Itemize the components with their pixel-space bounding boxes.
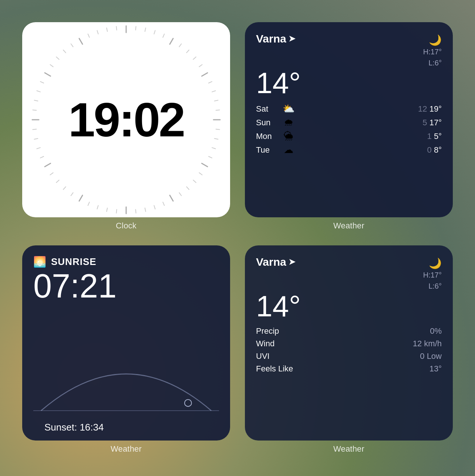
forecast-day-tue: Tue (256, 145, 278, 155)
forecast-row-mon: Mon 🌦 1 5° (256, 130, 442, 142)
weather2-city-name: Varna (256, 256, 286, 268)
forecast-temps-tue: 0 8° (427, 145, 442, 155)
weather2-widget: Varna ➤ 🌙 H:17° L:6° 14° Precip 0% (245, 245, 453, 441)
weather1-header: Varna ➤ 🌙 H:17° L:6° (256, 33, 442, 68)
weather1-label: Weather (333, 221, 364, 231)
sunrise-widget-label: Weather (111, 444, 142, 454)
weather1-low: L:6° (428, 59, 442, 67)
forecast-icon-mon: 🌦 (282, 130, 295, 142)
forecast-day-mon: Mon (256, 132, 278, 141)
location-arrow-icon: ➤ (289, 34, 295, 44)
app-grid: 19:02 Clock Varna ➤ 🌙 H:17° L:6° 14° (0, 0, 475, 476)
location-arrow-icon-2: ➤ (289, 257, 295, 267)
svg-point-1 (185, 400, 192, 407)
clock-widget-wrap: 19:02 Clock (22, 22, 230, 231)
forecast-day-sat: Sat (256, 104, 278, 114)
weather2-header: Varna ➤ 🌙 H:17° L:6° (256, 256, 442, 292)
sunrise-widget: 🌅 SUNRISE 07:21 Sunset: 16:34 (22, 245, 230, 441)
forecast-temps-sat: 12 19° (418, 104, 442, 114)
weather2-details: Precip 0% Wind 12 km/h UVI 0 Low Feels L… (256, 326, 442, 374)
detail-value-precip: 0% (430, 326, 442, 336)
detail-row-uvi: UVI 0 Low (256, 351, 442, 361)
sunrise-time: 07:21 (33, 269, 219, 303)
weather2-high: H:17° (423, 271, 442, 279)
clock-widget: 19:02 (22, 22, 230, 217)
weather2-label: Weather (333, 444, 364, 454)
weather2-top-right: 🌙 H:17° L:6° (423, 256, 442, 292)
weather2-temp: 14° (256, 292, 442, 321)
sunrise-arc-container: Sunset: 16:34 (33, 303, 219, 441)
detail-value-wind: 12 km/h (413, 339, 442, 348)
moon-icon: 🌙 (429, 34, 442, 46)
forecast-temps-sun: 5 17° (422, 118, 442, 127)
sunrise-widget-wrap: 🌅 SUNRISE 07:21 Sunset: 16:34 Weather (22, 245, 230, 454)
clock-time: 19:02 (68, 92, 184, 147)
weather1-widget-wrap: Varna ➤ 🌙 H:17° L:6° 14° Sat ⛅ 12 19° (245, 22, 453, 231)
weather1-high: H:17° (423, 48, 442, 56)
sunrise-header: 🌅 SUNRISE (33, 256, 219, 268)
detail-value-feels: 13° (429, 364, 442, 374)
moon-icon-2: 🌙 (429, 257, 442, 269)
weather1-widget: Varna ➤ 🌙 H:17° L:6° 14° Sat ⛅ 12 19° (245, 22, 453, 217)
detail-label-precip: Precip (256, 326, 279, 336)
detail-row-wind: Wind 12 km/h (256, 339, 442, 348)
weather1-temp: 14° (256, 68, 442, 98)
sunset-label: Sunset: 16:34 (33, 422, 219, 433)
forecast-row-sun: Sun 🌧 5 17° (256, 117, 442, 128)
forecast-temps-mon: 1 5° (427, 132, 442, 141)
forecast-row-sat: Sat ⛅ 12 19° (256, 103, 442, 115)
detail-value-uvi: 0 Low (420, 351, 442, 361)
weather2-city: Varna ➤ (256, 256, 295, 268)
weather2-widget-wrap: Varna ➤ 🌙 H:17° L:6° 14° Precip 0% (245, 245, 453, 454)
forecast-icon-sun: 🌧 (282, 117, 295, 128)
weather2-low: L:6° (428, 282, 442, 290)
forecast-icon-sat: ⛅ (282, 103, 295, 115)
sunrise-header-label: SUNRISE (51, 256, 97, 268)
clock-label: Clock (116, 221, 137, 231)
weather2-hl: H:17° L:6° (423, 269, 442, 292)
detail-label-uvi: UVI (256, 351, 270, 361)
detail-row-feels: Feels Like 13° (256, 364, 442, 374)
forecast-day-sun: Sun (256, 118, 278, 127)
forecast-icon-tue: ☁ (282, 144, 295, 156)
sunrise-icon: 🌅 (33, 256, 47, 268)
detail-label-wind: Wind (256, 339, 274, 348)
sunrise-arc-svg (33, 349, 219, 418)
weather1-hl: H:17° L:6° (423, 46, 442, 68)
forecast-row-tue: Tue ☁ 0 8° (256, 144, 442, 156)
weather1-city: Varna ➤ (256, 33, 295, 45)
detail-label-feels: Feels Like (256, 364, 293, 374)
weather1-city-name: Varna (256, 33, 286, 45)
detail-row-precip: Precip 0% (256, 326, 442, 336)
sunset-text: Sunset: 16:34 (44, 422, 104, 433)
weather1-forecast: Sat ⛅ 12 19° Sun 🌧 5 17° Mon 🌦 1 5° (256, 103, 442, 156)
weather1-top-right: 🌙 H:17° L:6° (423, 33, 442, 68)
